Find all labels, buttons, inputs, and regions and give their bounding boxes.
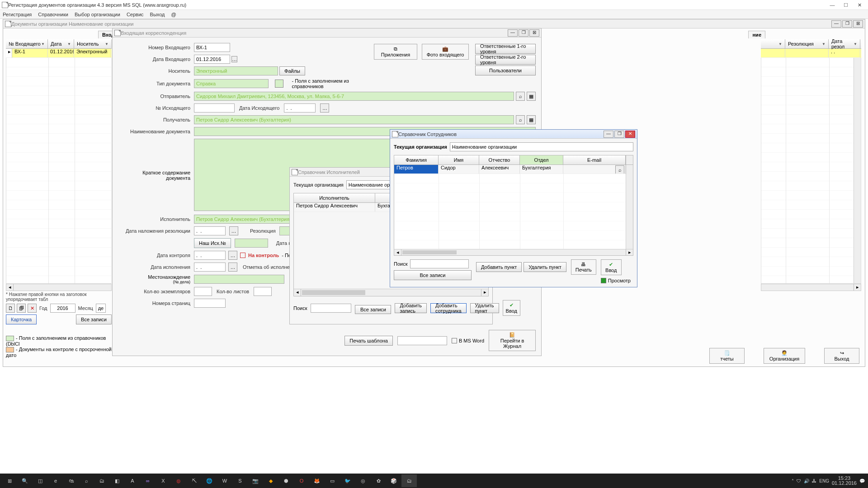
system-tray[interactable]: ˄ 🛡 🔊 🖧 ENG 15:2301.12.2016 💬: [790, 476, 866, 486]
chrome-icon[interactable]: ◎: [355, 474, 371, 487]
menu-dictionaries[interactable]: Справочники: [38, 12, 68, 17]
grid-vscroll[interactable]: [854, 58, 861, 283]
resdate-field[interactable]: [194, 226, 226, 235]
emp-min-button[interactable]: —: [604, 131, 613, 138]
search-icon[interactable]: 🔍: [17, 474, 33, 487]
emp-col-name[interactable]: Имя: [439, 155, 479, 164]
sheets-field[interactable]: [254, 287, 272, 296]
sender-list-button[interactable]: ▦: [527, 92, 536, 101]
exec-search-field[interactable]: [311, 304, 351, 313]
magnify-icon[interactable]: ⌕: [79, 474, 94, 487]
col-resolution[interactable]: Резолюция▼: [785, 39, 829, 48]
msword-checkbox[interactable]: В MS Word: [452, 338, 484, 343]
col-carrier[interactable]: Носитель▼: [74, 39, 112, 48]
globe-icon[interactable]: 🌐: [202, 474, 217, 487]
store-icon[interactable]: 🛍: [63, 474, 79, 487]
emp-col-surname[interactable]: Фамилия: [394, 155, 439, 164]
col-date[interactable]: Дата▼: [48, 39, 74, 48]
xdk-icon[interactable]: ▭: [325, 474, 340, 487]
menu-service[interactable]: Сервис: [127, 12, 144, 17]
emp-hscroll[interactable]: ◂ ▸: [394, 249, 633, 255]
copy-doc-button[interactable]: 🗐: [17, 304, 26, 313]
emp-email-lookup-button[interactable]: ⌕: [615, 165, 624, 174]
emp-vscroll[interactable]: [626, 174, 633, 249]
tool-icon[interactable]: ⛏: [186, 474, 202, 487]
task-view-icon[interactable]: ◫: [33, 474, 48, 487]
exec-all-button[interactable]: Все записи: [355, 305, 391, 314]
emp-close-button[interactable]: ✕: [625, 131, 635, 138]
users-button[interactable]: Пользователи: [475, 66, 536, 75]
in-close-button[interactable]: ⊠: [529, 29, 539, 37]
in-date-picker-button[interactable]: …: [231, 56, 237, 62]
word-icon[interactable]: W: [217, 474, 232, 487]
tray-notifications-icon[interactable]: 💬: [859, 479, 865, 483]
emp-grid-empty[interactable]: [394, 174, 633, 249]
menu-select-org[interactable]: Выбор организации: [75, 12, 120, 17]
sender-lookup-button[interactable]: ⌕: [516, 92, 525, 101]
new-doc-button[interactable]: 🗋: [6, 304, 15, 313]
in-date-field[interactable]: [194, 55, 230, 64]
recipient-list-button[interactable]: ▦: [527, 115, 536, 124]
card-button[interactable]: Карточка: [6, 314, 37, 324]
grid-hscroll[interactable]: ◂: [6, 284, 112, 291]
our-out-field[interactable]: [235, 239, 268, 248]
tray-volume-icon[interactable]: 🔊: [804, 479, 809, 483]
office-icon[interactable]: ◧: [109, 474, 125, 487]
type-field[interactable]: [194, 79, 269, 88]
tray-shield-icon[interactable]: 🛡: [797, 479, 801, 483]
delete-doc-button[interactable]: ✕: [28, 304, 37, 313]
exit-button[interactable]: ↪ Выход: [824, 348, 859, 364]
out-date-picker-button[interactable]: …: [320, 103, 329, 113]
recipient-field[interactable]: [194, 115, 514, 124]
tray-lang[interactable]: ENG: [819, 479, 829, 483]
copies-field[interactable]: [194, 287, 212, 296]
app2-icon[interactable]: ⬢: [278, 474, 294, 487]
camera-icon[interactable]: 📷: [248, 474, 263, 487]
col-blank[interactable]: ▼: [761, 39, 785, 48]
bird-icon[interactable]: 🐦: [340, 474, 355, 487]
month-spinner[interactable]: [96, 304, 106, 313]
emp-curorg-field[interactable]: [450, 142, 633, 151]
grid-body-empty[interactable]: [6, 58, 112, 284]
doc-close-button[interactable]: ⊠: [853, 20, 863, 28]
close-button[interactable]: ✕: [853, 1, 866, 9]
our-out-label-button[interactable]: Наш Исх.№: [194, 238, 231, 248]
sender-field[interactable]: [194, 92, 514, 101]
maximize-button[interactable]: ☐: [839, 1, 853, 9]
exec-delete-button[interactable]: Удалить пункт: [470, 303, 499, 313]
resp1-button[interactable]: Ответственные 1-го уровня: [475, 44, 536, 54]
active-app-icon[interactable]: 🗂: [401, 474, 417, 487]
excel-icon[interactable]: X: [156, 474, 171, 487]
print-template-button[interactable]: Печать шаблона: [344, 336, 393, 346]
files-button[interactable]: Файлы: [279, 66, 305, 75]
photo-button[interactable]: Фото входящего: [422, 44, 469, 60]
resdate-picker-button[interactable]: …: [229, 226, 238, 235]
grid-hscroll-right[interactable]: ▸: [761, 284, 861, 291]
resp2-button[interactable]: Ответственные 2-го уровня: [475, 55, 536, 65]
exec-add-record-button[interactable]: Добавить запись: [395, 303, 427, 313]
recipient-lookup-button[interactable]: ⌕: [516, 115, 525, 124]
in-min-button[interactable]: —: [508, 29, 518, 37]
year-spinner[interactable]: [50, 304, 75, 313]
done-date-field[interactable]: [194, 263, 226, 272]
ctrl-date-field[interactable]: [194, 251, 226, 260]
emp-col-patronymic[interactable]: Отчество: [479, 155, 520, 164]
vs-icon[interactable]: ∞: [140, 474, 156, 487]
emp-delete-button[interactable]: Удалить пункт: [524, 262, 566, 272]
all-records-button[interactable]: Все записи: [76, 314, 112, 324]
emp-vscroll-top[interactable]: [626, 155, 633, 164]
tab-right-partial[interactable]: ние: [748, 31, 765, 38]
emp-preview-checkbox[interactable]: Просмотр: [601, 278, 631, 283]
doc-min-button[interactable]: —: [831, 20, 841, 28]
attachments-button[interactable]: ⧉ Приложения: [374, 44, 417, 60]
db-icon[interactable]: ◍: [171, 474, 186, 487]
ctrl-date-picker-button[interactable]: …: [228, 251, 237, 260]
app1-icon[interactable]: ◆: [263, 474, 278, 487]
edge-icon[interactable]: e: [48, 474, 63, 487]
emp-print-button[interactable]: 🖶 Печать: [571, 259, 596, 275]
grid-row[interactable]: ▸ ВХ-1 01.12.2016 Электронный: [6, 49, 112, 58]
grid-body-empty-right[interactable]: [761, 58, 861, 284]
col-res-date[interactable]: Дата резол▼: [829, 39, 860, 48]
menu-exit[interactable]: Выход: [150, 12, 165, 17]
firefox-icon[interactable]: 🦊: [309, 474, 325, 487]
